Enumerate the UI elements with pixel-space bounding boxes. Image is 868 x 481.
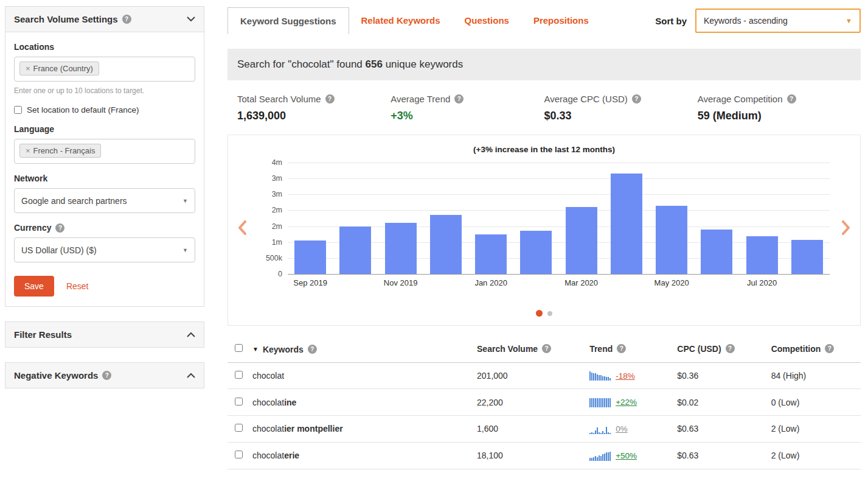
chevron-down-icon: ▼ <box>845 17 852 24</box>
chart-bar[interactable] <box>385 223 417 274</box>
row-checkbox[interactable] <box>235 451 243 458</box>
keywords-column-header[interactable]: Keywords <box>263 345 304 354</box>
network-dropdown[interactable]: Google and search partners ▼ <box>14 188 195 213</box>
remove-tag-icon[interactable]: × <box>26 64 30 73</box>
stat-total-search-volume: Total Search Volume? 1,639,000 <box>237 94 391 122</box>
chart-next-arrow[interactable] <box>836 163 856 293</box>
chevron-down-icon[interactable] <box>187 16 195 22</box>
help-icon[interactable]: ? <box>102 371 111 380</box>
help-icon[interactable]: ? <box>825 344 834 353</box>
plot-region: 4m3m3m2m2m1m500k0Sep 2019Nov 2019Jan 202… <box>252 163 830 293</box>
tabs-bar: Keyword Suggestions Related Keywords Que… <box>227 7 861 34</box>
chevron-left-icon <box>238 220 246 235</box>
chart-bar[interactable] <box>566 207 597 274</box>
bar-slot <box>423 163 468 274</box>
tab-related-keywords[interactable]: Related Keywords <box>349 7 453 34</box>
reset-link[interactable]: Reset <box>66 281 89 291</box>
keyword-text: chocolat <box>252 398 284 407</box>
locations-input[interactable]: × France (Country) <box>14 57 195 82</box>
chart-prev-arrow[interactable] <box>232 163 252 293</box>
help-icon[interactable]: ? <box>454 94 464 104</box>
chart-bar[interactable] <box>294 240 326 274</box>
help-icon[interactable]: ? <box>122 15 131 24</box>
row-checkbox[interactable] <box>235 371 243 379</box>
results-banner: Search for "chocolat" found 656 unique k… <box>227 49 861 80</box>
help-icon[interactable]: ? <box>55 223 64 233</box>
row-checkbox[interactable] <box>235 424 243 432</box>
negative-keywords-panel: Negative Keywords ? <box>5 362 204 388</box>
help-icon[interactable]: ? <box>325 94 335 104</box>
search-volume-value: 1,600 <box>472 416 585 443</box>
bar-slot: Jan 2020 <box>468 163 513 274</box>
chart-bar[interactable] <box>701 230 732 274</box>
chart-bar[interactable] <box>430 215 462 274</box>
chart-bar[interactable] <box>339 226 371 274</box>
locations-label: Locations <box>14 42 195 52</box>
chart-bar[interactable] <box>791 240 823 274</box>
save-button[interactable]: Save <box>14 276 54 297</box>
search-volume-column-header[interactable]: Search Volume <box>477 344 538 354</box>
trend-percent-link[interactable]: 0% <box>616 424 628 434</box>
competition-column-header[interactable]: Competition <box>771 344 821 354</box>
bar-slot: Jul 2020 <box>740 163 785 274</box>
chevron-up-icon[interactable] <box>187 332 195 337</box>
help-icon[interactable]: ? <box>787 94 796 104</box>
negative-keywords-header[interactable]: Negative Keywords ? <box>5 363 204 388</box>
help-icon[interactable]: ? <box>632 94 641 104</box>
sort-descending-icon[interactable]: ▼ <box>252 346 259 353</box>
language-input[interactable]: × French - Français <box>14 139 195 164</box>
chart-bar[interactable] <box>746 236 778 274</box>
banner-prefix: Search for "chocolat" found <box>237 58 363 70</box>
currency-dropdown[interactable]: US Dollar (USD) ($) ▼ <box>14 237 195 262</box>
stat-average-trend: Average Trend? +3% <box>391 94 544 122</box>
keyword-row: chocolat201,000-18%$0.3684 (High) <box>227 362 861 389</box>
help-icon[interactable]: ? <box>542 344 551 353</box>
keyword-row: chocolatier montpellier1,6000%$0.632 (Lo… <box>227 416 861 443</box>
language-tag-label: French - Français <box>33 146 95 155</box>
default-location-checkbox[interactable] <box>14 106 22 114</box>
tab-questions[interactable]: Questions <box>453 7 521 34</box>
competition-value: 0 (Low) <box>766 389 861 416</box>
trend-percent-link[interactable]: +50% <box>616 451 637 460</box>
sort-dropdown[interactable]: Keywords - ascending ▼ <box>695 9 861 33</box>
currency-label-text: Currency <box>14 223 51 233</box>
tab-keyword-suggestions[interactable]: Keyword Suggestions <box>227 7 349 34</box>
y-axis-tick-label: 2m <box>272 206 282 214</box>
trend-column-header[interactable]: Trend <box>589 344 613 354</box>
tab-prepositions[interactable]: Prepositions <box>521 7 601 34</box>
chevron-up-icon[interactable] <box>187 373 195 378</box>
help-icon[interactable]: ? <box>308 345 317 354</box>
chart-bar[interactable] <box>475 234 507 274</box>
chart-title: (+3% increase in the last 12 months) <box>232 145 856 154</box>
row-checkbox[interactable] <box>235 398 243 406</box>
search-volume-value: 22,200 <box>472 389 585 416</box>
pagination-dot[interactable] <box>536 310 543 317</box>
select-all-checkbox[interactable] <box>235 344 243 352</box>
remove-tag-icon[interactable]: × <box>26 146 30 155</box>
keyword-text: chocolat <box>252 424 284 434</box>
chart-bar[interactable] <box>656 206 687 274</box>
pagination-dot[interactable] <box>547 311 552 316</box>
trend-percent-link[interactable]: +22% <box>616 398 637 407</box>
bar-slot <box>604 163 649 274</box>
chart-bar[interactable] <box>520 231 552 274</box>
y-axis-tick-label: 500k <box>266 254 282 262</box>
bar-slot: Nov 2019 <box>378 163 423 274</box>
help-icon[interactable]: ? <box>617 344 626 353</box>
x-axis-tick-label: Jul 2020 <box>747 278 777 287</box>
filter-results-header[interactable]: Filter Results <box>5 322 204 347</box>
default-location-checkbox-row[interactable]: Set location to default (France) <box>14 105 195 114</box>
cpc-value: $0.63 <box>672 442 766 469</box>
currency-value: US Dollar (USD) ($) <box>21 245 97 255</box>
search-volume-settings-header[interactable]: Search Volume Settings ? <box>5 7 204 32</box>
trend-percent-link[interactable]: -18% <box>616 371 635 381</box>
language-label: Language <box>14 124 195 134</box>
cpc-value: $0.36 <box>672 362 766 389</box>
stat-value: $0.33 <box>544 110 698 122</box>
cpc-column-header[interactable]: CPC (USD) <box>677 344 721 354</box>
chart-pagination <box>232 310 856 319</box>
chart-bar[interactable] <box>611 174 642 274</box>
stat-label: Total Search Volume <box>237 94 321 104</box>
language-tag: × French - Français <box>19 144 101 158</box>
help-icon[interactable]: ? <box>726 344 735 353</box>
